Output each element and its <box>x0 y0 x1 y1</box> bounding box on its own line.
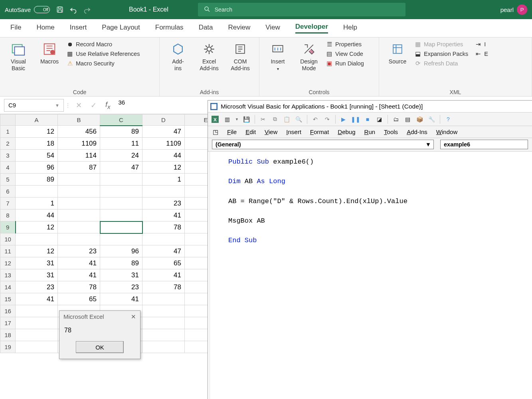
row-header-7[interactable]: 7 <box>0 198 16 209</box>
macros-button[interactable]: Macros <box>35 40 64 65</box>
cell-C1[interactable]: 89 <box>100 126 142 138</box>
row-header-19[interactable]: 19 <box>0 341 16 353</box>
refresh-data-button[interactable]: ⟳Refresh Data <box>414 60 468 67</box>
cell-D14[interactable]: 78 <box>142 281 185 293</box>
vbe-menu-insert[interactable]: Insert <box>286 128 301 135</box>
cell-B8[interactable] <box>58 209 100 221</box>
cell-A7[interactable]: 1 <box>16 198 58 209</box>
select-all-cell[interactable] <box>0 115 16 126</box>
cell-B13[interactable]: 41 <box>58 269 100 281</box>
cell-C13[interactable]: 31 <box>100 269 142 281</box>
cell-A14[interactable]: 23 <box>16 281 58 293</box>
row-header-3[interactable]: 3 <box>0 150 16 162</box>
cell-D11[interactable]: 47 <box>142 245 185 257</box>
row-header-9[interactable]: 9 <box>0 221 16 233</box>
row-header-6[interactable]: 6 <box>0 186 16 198</box>
use-relative-refs-button[interactable]: ▦Use Relative References <box>66 50 140 57</box>
column-header-B[interactable]: B <box>58 115 100 126</box>
help-icon[interactable]: ? <box>444 115 452 123</box>
cell-D9[interactable]: 78 <box>142 221 185 233</box>
row-header-15[interactable]: 15 <box>0 293 16 305</box>
row-header-5[interactable]: 5 <box>0 174 16 186</box>
cell-D1[interactable]: 47 <box>142 126 185 138</box>
cell-C11[interactable]: 96 <box>100 245 142 257</box>
vbe-menu-view[interactable]: View <box>265 128 277 135</box>
view-code-button[interactable]: ▤View Code <box>326 50 364 57</box>
properties-button[interactable]: ☰Properties <box>326 41 364 48</box>
tab-review[interactable]: Review <box>228 24 251 33</box>
cell-D13[interactable]: 41 <box>142 269 185 281</box>
cell-A17[interactable] <box>16 317 58 329</box>
cell-D10[interactable] <box>142 233 185 245</box>
insert-object-icon[interactable]: ▥ <box>223 115 231 123</box>
cell-C8[interactable] <box>100 209 142 221</box>
cell-C2[interactable]: 11 <box>100 138 142 150</box>
enter-icon[interactable]: ✓ <box>91 101 97 110</box>
cell-A2[interactable]: 18 <box>16 138 58 150</box>
save-icon[interactable] <box>55 5 64 14</box>
search-box[interactable]: Search <box>198 3 405 16</box>
undo-icon[interactable]: ↶ <box>311 115 319 123</box>
cell-B11[interactable]: 23 <box>58 245 100 257</box>
com-addins-button[interactable]: COM Add-ins <box>226 40 255 72</box>
tab-home[interactable]: Home <box>36 24 54 33</box>
cell-D15[interactable] <box>142 293 185 305</box>
vbe-procedure-dropdown[interactable]: example6 <box>440 140 528 149</box>
cell-A16[interactable] <box>16 305 58 317</box>
row-header-13[interactable]: 13 <box>0 269 16 281</box>
redo-icon[interactable]: ↷ <box>323 115 331 123</box>
cell-C5[interactable] <box>100 174 142 186</box>
cell-C4[interactable]: 47 <box>100 162 142 174</box>
cell-C15[interactable]: 41 <box>100 293 142 305</box>
cell-B12[interactable]: 41 <box>58 257 100 269</box>
excel-addins-button[interactable]: Excel Add-ins <box>195 40 223 72</box>
cell-D18[interactable] <box>142 329 185 341</box>
cell-A11[interactable]: 12 <box>16 245 58 257</box>
design-mode-button[interactable]: Design Mode <box>295 40 323 72</box>
run-dialog-button[interactable]: ▣Run Dialog <box>326 60 364 67</box>
tab-file[interactable]: File <box>10 24 21 33</box>
cell-C10[interactable] <box>100 233 142 245</box>
cell-D3[interactable]: 44 <box>142 150 185 162</box>
cell-A1[interactable]: 12 <box>16 126 58 138</box>
vbe-menu-format[interactable]: Format <box>310 128 329 135</box>
cell-C12[interactable]: 89 <box>100 257 142 269</box>
tab-insert[interactable]: Insert <box>70 24 87 33</box>
cut-icon[interactable]: ✂ <box>259 115 267 123</box>
row-header-2[interactable]: 2 <box>0 138 16 150</box>
cell-C14[interactable]: 23 <box>100 281 142 293</box>
cell-B7[interactable] <box>58 198 100 209</box>
paste-icon[interactable]: 📋 <box>283 115 291 123</box>
map-properties-button[interactable]: ▦Map Properties <box>414 41 468 48</box>
cell-A9[interactable]: 12 <box>16 221 58 233</box>
object-browser-icon[interactable]: 📦 <box>416 115 424 123</box>
cell-C6[interactable] <box>100 186 142 198</box>
cell-D19[interactable] <box>142 341 185 353</box>
cell-A15[interactable]: 41 <box>16 293 58 305</box>
run-icon[interactable]: ▶ <box>340 115 348 123</box>
save-icon[interactable]: 💾 <box>243 115 251 123</box>
cell-D12[interactable]: 65 <box>142 257 185 269</box>
cell-B4[interactable]: 87 <box>58 162 100 174</box>
cell-B10[interactable] <box>58 233 100 245</box>
row-header-8[interactable]: 8 <box>0 209 16 221</box>
cell-D6[interactable] <box>142 186 185 198</box>
cell-B6[interactable] <box>58 186 100 198</box>
fx-icon[interactable]: fx <box>105 101 111 110</box>
tab-view[interactable]: View <box>265 24 280 33</box>
cell-A19[interactable] <box>16 341 58 353</box>
cell-D5[interactable]: 1 <box>142 174 185 186</box>
row-header-10[interactable]: 10 <box>0 233 16 245</box>
vbe-menu-edit[interactable]: Edit <box>245 128 256 135</box>
cell-B2[interactable]: 1109 <box>58 138 100 150</box>
column-header-A[interactable]: A <box>16 115 58 126</box>
project-explorer-icon[interactable]: 🗂 <box>392 115 400 123</box>
tab-developer[interactable]: Developer <box>295 23 328 34</box>
break-icon[interactable]: ❚❚ <box>352 115 360 123</box>
cell-C9[interactable] <box>100 221 142 233</box>
name-box[interactable]: C9 ▼ <box>4 99 64 112</box>
export-button[interactable]: ⇤E <box>475 50 488 57</box>
vbe-menu-window[interactable]: Window <box>436 128 457 135</box>
vbe-code-pane[interactable]: Public Sub example6() Dim AB As Long AB … <box>210 152 532 399</box>
vbe-menu-file[interactable]: File <box>227 128 237 135</box>
